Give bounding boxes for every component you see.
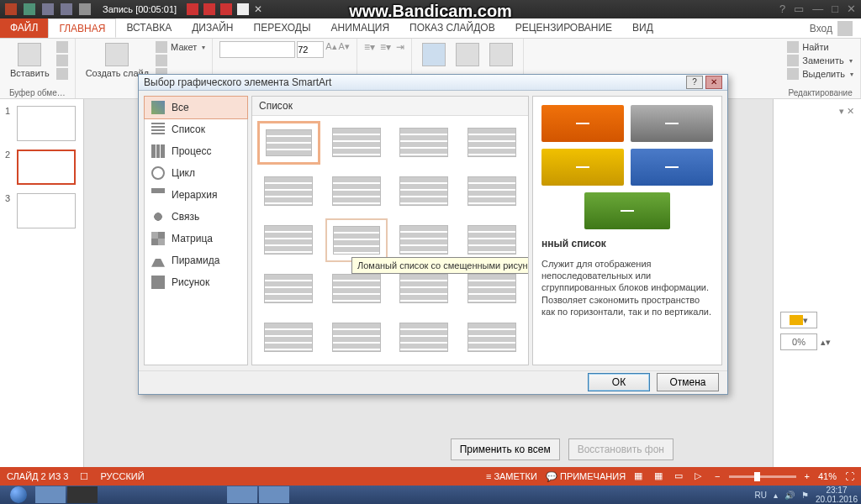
taskbar-powerpoint[interactable]: [259, 486, 289, 503]
font-family-input[interactable]: [219, 41, 295, 58]
cat-hierarchy[interactable]: Иерархия: [145, 184, 247, 206]
smartart-item[interactable]: [325, 170, 388, 213]
smartart-item[interactable]: [257, 267, 320, 311]
reset-button[interactable]: [156, 55, 205, 66]
font-size-input[interactable]: [297, 41, 324, 58]
slide-thumb-3[interactable]: 3: [5, 193, 78, 228]
slideshow-view-icon[interactable]: ▷: [695, 470, 706, 482]
tray-clock[interactable]: 23:17 20.01.2016: [816, 486, 858, 504]
start-button[interactable]: [3, 486, 34, 503]
tray-arrow-icon[interactable]: ▴: [774, 491, 778, 500]
help-button[interactable]: ?: [779, 3, 785, 15]
shrink-font-icon[interactable]: A▾: [339, 41, 350, 58]
taskbar-chrome[interactable]: [163, 486, 193, 503]
smartart-item[interactable]: [461, 170, 524, 213]
slide-thumb-2[interactable]: 2: [5, 150, 78, 185]
tab-review[interactable]: РЕЦЕНЗИРОВАНИЕ: [505, 18, 622, 38]
taskbar-opera[interactable]: [131, 486, 161, 503]
smartart-item[interactable]: [325, 316, 388, 360]
taskbar-explorer[interactable]: [35, 486, 66, 503]
cancel-button[interactable]: Отмена: [657, 373, 719, 391]
sorter-view-icon[interactable]: ▦: [654, 470, 666, 482]
arrange-button[interactable]: [452, 41, 483, 68]
restore-bg-button[interactable]: Восстановить фон: [568, 438, 673, 460]
smartart-item[interactable]: [461, 218, 524, 262]
spellcheck-icon[interactable]: ☐: [80, 471, 88, 482]
sign-in[interactable]: Вход: [801, 18, 861, 38]
close-button[interactable]: ✕: [847, 3, 856, 15]
smartart-item[interactable]: [393, 170, 456, 213]
save-icon[interactable]: [24, 3, 35, 15]
tray-action-center-icon[interactable]: ⚑: [801, 491, 809, 500]
tab-slideshow[interactable]: ПОКАЗ СЛАЙДОВ: [399, 18, 505, 38]
taskbar-picasa[interactable]: [67, 486, 98, 503]
format-painter-button[interactable]: [56, 68, 68, 80]
pane-close-icon[interactable]: ▾ ✕: [780, 106, 854, 117]
reading-view-icon[interactable]: ▭: [674, 470, 686, 482]
slide-thumb-1[interactable]: 1: [5, 106, 78, 141]
language-label[interactable]: РУССКИЙ: [100, 471, 144, 481]
smartart-grid[interactable]: Ломаный список со смещенными рисунками: [252, 116, 528, 365]
tray-volume-icon[interactable]: 🔊: [784, 491, 795, 500]
numbering-icon[interactable]: ≡▾: [380, 41, 391, 53]
slide-counter[interactable]: СЛАЙД 2 ИЗ 3: [7, 471, 68, 481]
zoom-slider[interactable]: [729, 475, 796, 478]
cat-list[interactable]: Список: [145, 118, 247, 140]
redo-icon[interactable]: [61, 3, 72, 15]
grow-font-icon[interactable]: A▴: [325, 41, 336, 58]
cut-button[interactable]: [56, 41, 68, 53]
zoom-value[interactable]: 41%: [818, 471, 837, 481]
tab-insert[interactable]: ВСТАВКА: [116, 18, 182, 38]
taskbar-bandicam[interactable]: [227, 486, 257, 503]
rec-close-icon[interactable]: ✕: [254, 3, 266, 15]
smartart-item[interactable]: [393, 218, 456, 262]
smartart-item[interactable]: [461, 121, 524, 165]
paste-button[interactable]: Вставить: [7, 41, 53, 80]
quick-styles-button[interactable]: [486, 41, 516, 68]
maximize-button[interactable]: □: [832, 3, 838, 15]
ribbon-options-button[interactable]: ▭: [794, 3, 804, 15]
smartart-item[interactable]: [257, 170, 320, 213]
ok-button[interactable]: ОК: [588, 373, 650, 391]
tab-view[interactable]: ВИД: [622, 18, 663, 38]
smartart-item[interactable]: [393, 121, 456, 165]
tab-home[interactable]: ГЛАВНАЯ: [48, 18, 116, 38]
stepper-icon[interactable]: ▴▾: [821, 337, 831, 348]
tab-file[interactable]: ФАЙЛ: [0, 18, 48, 38]
rec-pause-icon[interactable]: [203, 3, 215, 15]
smartart-item[interactable]: [393, 316, 456, 360]
tray-lang[interactable]: RU: [754, 491, 766, 500]
slideshow-icon[interactable]: [79, 3, 91, 15]
tab-animations[interactable]: АНИМАЦИЯ: [321, 18, 399, 38]
indent-icon[interactable]: ⇥: [396, 41, 404, 53]
taskbar-firefox[interactable]: [195, 486, 225, 503]
zoom-out-button[interactable]: −: [715, 471, 720, 481]
rec-draw-icon[interactable]: [187, 3, 198, 15]
cat-pyramid[interactable]: Пирамида: [145, 249, 247, 271]
dialog-help-button[interactable]: ?: [686, 76, 703, 89]
copy-button[interactable]: [56, 55, 68, 66]
find-button[interactable]: Найти: [787, 41, 853, 53]
tab-design[interactable]: ДИЗАЙН: [182, 18, 243, 38]
smartart-item-hovered[interactable]: [325, 218, 388, 262]
undo-icon[interactable]: [42, 3, 54, 15]
smartart-item[interactable]: [257, 121, 320, 165]
zoom-in-button[interactable]: +: [805, 471, 810, 481]
fill-swatch[interactable]: ▾: [780, 312, 817, 328]
normal-view-icon[interactable]: ▦: [634, 470, 646, 482]
smartart-item[interactable]: [325, 121, 388, 165]
notes-button[interactable]: ≡ ЗАМЕТКИ: [486, 471, 537, 481]
taskbar-ie[interactable]: [99, 486, 129, 503]
layout-button[interactable]: Макет▾: [156, 41, 205, 53]
cat-all[interactable]: Все: [144, 96, 248, 119]
select-button[interactable]: Выделить▾: [787, 68, 853, 80]
cat-cycle[interactable]: Цикл: [145, 162, 247, 184]
cat-matrix[interactable]: Матрица: [145, 228, 247, 249]
cat-picture[interactable]: Рисунок: [145, 271, 247, 293]
transparency-value[interactable]: 0%: [780, 333, 817, 350]
tab-transitions[interactable]: ПЕРЕХОДЫ: [244, 18, 321, 38]
replace-button[interactable]: Заменить▾: [787, 55, 853, 66]
smartart-item[interactable]: [257, 218, 320, 262]
minimize-button[interactable]: —: [812, 3, 823, 15]
rec-stop-icon[interactable]: [220, 3, 232, 15]
